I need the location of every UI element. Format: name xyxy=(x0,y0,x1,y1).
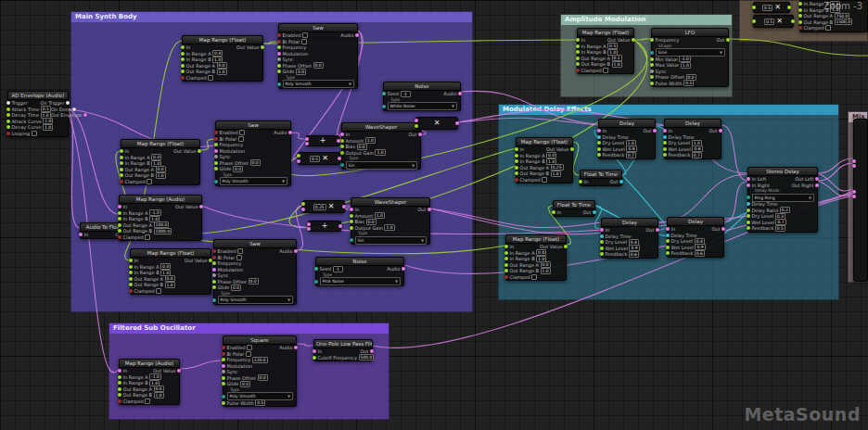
float-pin[interactable] xyxy=(277,70,281,73)
float-pin[interactable] xyxy=(350,220,353,223)
float-pin[interactable] xyxy=(597,141,601,145)
audio-pin[interactable] xyxy=(297,159,300,163)
audio-pin[interactable] xyxy=(852,195,856,198)
node-am-map-range-float[interactable]: Map Range (Float)InOut ValueIn Range A0.… xyxy=(577,28,634,74)
float-pin[interactable] xyxy=(650,63,654,67)
enum-pin[interactable] xyxy=(340,163,344,167)
node-saw-3[interactable]: SawEnabledAudioBi PolarFrequencyModulati… xyxy=(213,239,297,305)
float-pin[interactable] xyxy=(120,156,123,159)
bool-pin[interactable] xyxy=(214,137,218,141)
float-pin[interactable] xyxy=(261,45,264,49)
value-input[interactable]: 0.5 xyxy=(775,225,785,232)
value-input[interactable]: 0.7 xyxy=(692,152,702,158)
node-tr-map-range[interactable]: In Range A0.0In Range B1.0Out Range A750… xyxy=(799,0,868,32)
float-pin[interactable] xyxy=(515,171,518,175)
node-multiply-2[interactable]: 0.25✕ xyxy=(302,200,345,213)
float-pin[interactable] xyxy=(504,251,508,255)
float-pin[interactable] xyxy=(650,57,654,61)
node-noise-pink[interactable]: NoiseSeed-1AudioTypePink Noise▼ xyxy=(315,257,404,286)
float-pin[interactable] xyxy=(212,280,216,284)
float-pin[interactable] xyxy=(515,147,518,151)
value-input[interactable]: 0.5 xyxy=(255,399,265,406)
float-pin[interactable] xyxy=(747,214,750,218)
float-pin[interactable] xyxy=(340,151,344,155)
float-pin[interactable] xyxy=(181,64,185,68)
checkbox[interactable] xyxy=(247,345,252,350)
float-pin[interactable] xyxy=(791,19,795,23)
float-pin[interactable] xyxy=(350,226,353,230)
audio-pin[interactable] xyxy=(370,349,374,353)
enum-pin[interactable] xyxy=(277,82,281,86)
float-pin[interactable] xyxy=(129,277,133,281)
checkbox[interactable] xyxy=(531,274,537,280)
float-pin[interactable] xyxy=(570,147,574,151)
enum-pin[interactable] xyxy=(212,298,216,302)
float-pin[interactable] xyxy=(752,6,756,9)
float-pin[interactable] xyxy=(350,214,353,218)
node-ad-envelope[interactable]: AD Envelope (Audio)TriggerOn TriggerAtta… xyxy=(7,91,69,137)
audio-pin[interactable] xyxy=(600,228,604,232)
value-input[interactable]: 0.5 xyxy=(762,5,772,11)
value-input[interactable]: 0.0 xyxy=(233,166,243,172)
audio-pin[interactable] xyxy=(305,137,309,141)
audio-pin[interactable] xyxy=(656,228,659,232)
enum-pin[interactable] xyxy=(214,180,218,183)
float-pin[interactable] xyxy=(666,251,670,255)
audio-pin[interactable] xyxy=(666,227,670,231)
float-pin[interactable] xyxy=(222,358,225,361)
audio-pin[interactable] xyxy=(294,346,298,349)
float-pin[interactable] xyxy=(340,139,344,143)
time-pin[interactable] xyxy=(600,234,604,238)
float-pin[interactable] xyxy=(214,143,218,146)
float-pin[interactable] xyxy=(600,240,604,244)
type-dropdown[interactable]: Sin▼ xyxy=(346,161,418,170)
float-pin[interactable] xyxy=(6,120,10,123)
time-pin[interactable] xyxy=(747,202,750,206)
type-dropdown[interactable]: Poly Smooth▼ xyxy=(220,177,288,185)
float-pin[interactable] xyxy=(504,269,508,272)
audio-pin[interactable] xyxy=(418,133,422,136)
audio-pin[interactable] xyxy=(307,222,311,226)
float-pin[interactable] xyxy=(118,381,121,385)
checkbox[interactable] xyxy=(145,234,150,240)
float-pin[interactable] xyxy=(504,257,508,260)
float-pin[interactable] xyxy=(118,223,121,227)
float-pin[interactable] xyxy=(277,64,281,68)
audio-pin[interactable] xyxy=(340,133,344,136)
float-pin[interactable] xyxy=(222,376,225,380)
node-multiply-1[interactable]: 0.5✕ xyxy=(298,152,340,165)
float-pin[interactable] xyxy=(632,38,635,42)
float-pin[interactable] xyxy=(212,285,216,289)
sync-pin[interactable] xyxy=(214,155,218,158)
audio-pin[interactable] xyxy=(815,177,819,181)
checkbox[interactable] xyxy=(542,177,547,183)
float-pin[interactable] xyxy=(576,50,580,54)
int-pin[interactable] xyxy=(314,267,318,271)
float-pin[interactable] xyxy=(666,246,670,249)
bool-pin[interactable] xyxy=(212,249,216,253)
enum-pin[interactable] xyxy=(314,280,318,284)
node-map-range-float-2[interactable]: Map Range (Float)InOut ValueIn Range A0.… xyxy=(121,139,200,185)
float-pin[interactable] xyxy=(798,20,802,24)
float-pin[interactable] xyxy=(752,19,756,23)
node-one-pole-low-pass-filter[interactable]: One-Pole Low Pass FilterInOutCutoff Freq… xyxy=(313,339,373,361)
value-input[interactable]: 0.0 xyxy=(296,69,306,75)
float-pin[interactable] xyxy=(515,166,518,170)
value-input[interactable]: 1.0 xyxy=(681,62,691,69)
audio-pin[interactable] xyxy=(350,208,353,211)
audio-pin[interactable] xyxy=(597,129,601,133)
audio-pin[interactable] xyxy=(338,224,342,228)
checkbox[interactable] xyxy=(32,131,37,136)
float-pin[interactable] xyxy=(120,161,123,165)
node-delay-2[interactable]: DelayInOutDelay TimeDry Level1.0Wet Leve… xyxy=(664,119,721,159)
value-input[interactable]: 500.0 xyxy=(359,354,375,360)
node-stereo-delay[interactable]: Stereo DelayIn LeftOut LeftIn RightOut R… xyxy=(747,167,818,233)
checkbox[interactable] xyxy=(208,75,213,81)
float-pin[interactable] xyxy=(576,57,580,60)
value-input[interactable]: 1.0 xyxy=(43,124,53,131)
bool-pin[interactable] xyxy=(6,132,10,135)
audio-pin[interactable] xyxy=(428,208,431,211)
type-dropdown[interactable]: Poly Smooth▼ xyxy=(283,80,355,88)
node-noise-white[interactable]: NoiseSeed-1AudioTypeWhite Noise▼ xyxy=(383,82,461,111)
float-pin[interactable] xyxy=(600,247,604,250)
